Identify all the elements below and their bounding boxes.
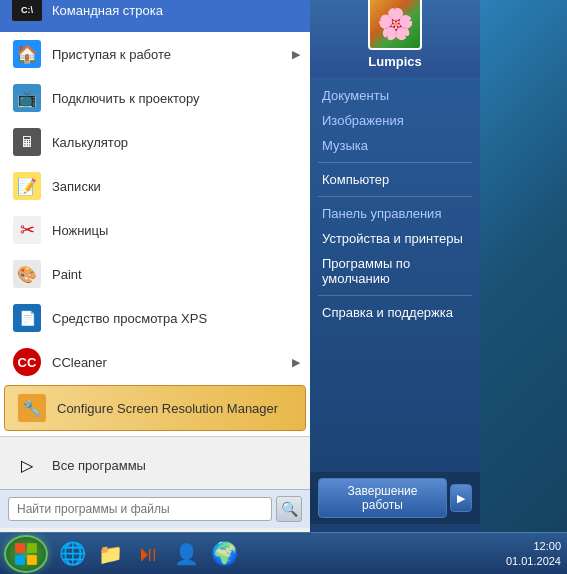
start-menu-right-panel: 🌸 Lumpics Документы Изображения Музыка К…: [310, 0, 480, 532]
menu-label-paint: Paint: [52, 267, 300, 282]
menu-item-cmd[interactable]: C:\ Командная строка: [0, 0, 310, 32]
taskbar-user-button[interactable]: 👤: [168, 536, 204, 572]
right-item-defaults[interactable]: Программы по умолчанию: [310, 251, 480, 291]
menu-item-paint[interactable]: 🎨 Paint: [0, 252, 310, 296]
right-label-control: Панель управления: [322, 206, 441, 221]
ccleaner-arrow-icon: ▶: [292, 356, 300, 369]
menu-item-notes[interactable]: 📝 Записки: [0, 164, 310, 208]
clock-time: 12:00: [506, 539, 561, 553]
work-icon: 🏠: [10, 37, 44, 71]
svg-rect-1: [27, 543, 37, 553]
taskbar-chrome-button[interactable]: 🌍: [206, 536, 242, 572]
start-button[interactable]: [4, 535, 48, 573]
search-input[interactable]: [8, 497, 272, 521]
taskbar-explorer-button[interactable]: 📁: [92, 536, 128, 572]
ccleaner-icon: CC: [10, 345, 44, 379]
start-menu-bottom: ▷ Все программы 🔍: [0, 436, 310, 532]
search-bar: 🔍: [0, 489, 310, 528]
all-programs-item[interactable]: ▷ Все программы: [0, 441, 310, 489]
menu-label-scissors: Ножницы: [52, 223, 300, 238]
right-label-devices: Устройства и принтеры: [322, 231, 463, 246]
right-item-computer[interactable]: Компьютер: [310, 167, 480, 192]
user-header: 🌸 Lumpics: [310, 0, 480, 77]
right-label-music: Музыка: [322, 138, 368, 153]
taskbar-icons: 🌐 📁 ⏯ 👤 🌍: [54, 536, 242, 572]
clock-date: 01.01.2024: [506, 554, 561, 568]
user-icon: 👤: [174, 542, 199, 566]
menu-label-work: Приступая к работе: [52, 47, 292, 62]
explorer-icon: 📁: [98, 542, 123, 566]
menu-label-calc: Калькулятор: [52, 135, 300, 150]
right-label-defaults: Программы по умолчанию: [322, 256, 468, 286]
chrome-icon: 🌍: [211, 541, 238, 567]
scissors-icon: ✂: [10, 213, 44, 247]
right-divider-2: [318, 196, 472, 197]
start-menu-programs-list: C:\ Командная строка 🏠 Приступая к работ…: [0, 0, 310, 436]
svg-rect-3: [27, 555, 37, 565]
right-item-docs[interactable]: Документы: [310, 83, 480, 108]
all-programs-icon: ▷: [10, 448, 44, 482]
menu-item-scissors[interactable]: ✂ Ножницы: [0, 208, 310, 252]
taskbar-media-button[interactable]: ⏯: [130, 536, 166, 572]
right-label-docs: Документы: [322, 88, 389, 103]
menu-item-xps[interactable]: 📄 Средство просмотра XPS: [0, 296, 310, 340]
right-label-computer: Компьютер: [322, 172, 389, 187]
menu-item-ccleaner[interactable]: CC CCleaner ▶: [0, 340, 310, 384]
search-button[interactable]: 🔍: [276, 496, 302, 522]
right-item-devices[interactable]: Устройства и принтеры: [310, 226, 480, 251]
media-icon: ⏯: [137, 541, 159, 567]
calc-icon: 🖩: [10, 125, 44, 159]
right-label-help: Справка и поддержка: [322, 305, 453, 320]
right-divider-3: [318, 295, 472, 296]
right-label-images: Изображения: [322, 113, 404, 128]
ie-icon: 🌐: [59, 541, 86, 567]
notes-icon: 📝: [10, 169, 44, 203]
taskbar: 🌐 📁 ⏯ 👤 🌍 12:00 01.01.2024: [0, 532, 567, 574]
windows-logo-icon: [13, 541, 39, 567]
menu-label-cmd: Командная строка: [52, 3, 300, 18]
right-item-music[interactable]: Музыка: [310, 133, 480, 158]
right-divider-1: [318, 162, 472, 163]
right-item-control[interactable]: Панель управления: [310, 201, 480, 226]
cmd-icon: C:\: [10, 0, 44, 27]
all-programs-label: Все программы: [52, 458, 300, 473]
paint-icon: 🎨: [10, 257, 44, 291]
menu-item-configure[interactable]: 🔧 Configure Screen Resolution Manager: [4, 385, 306, 431]
projector-icon: 📺: [10, 81, 44, 115]
menu-label-ccleaner: CCleaner: [52, 355, 292, 370]
menu-label-configure: Configure Screen Resolution Manager: [57, 401, 295, 416]
menu-item-calc[interactable]: 🖩 Калькулятор: [0, 120, 310, 164]
right-item-help[interactable]: Справка и поддержка: [310, 300, 480, 325]
configure-icon: 🔧: [15, 391, 49, 425]
start-menu: C:\ Командная строка 🏠 Приступая к работ…: [0, 0, 480, 532]
taskbar-right: 12:00 01.01.2024: [506, 539, 567, 568]
menu-label-projector: Подключить к проектору: [52, 91, 300, 106]
right-item-images[interactable]: Изображения: [310, 108, 480, 133]
menu-label-notes: Записки: [52, 179, 300, 194]
svg-rect-0: [15, 543, 25, 553]
shutdown-arrow-button[interactable]: ▶: [450, 484, 472, 512]
start-menu-left-panel: C:\ Командная строка 🏠 Приступая к работ…: [0, 0, 310, 532]
taskbar-clock: 12:00 01.01.2024: [506, 539, 561, 568]
user-avatar: 🌸: [368, 0, 422, 50]
xps-icon: 📄: [10, 301, 44, 335]
menu-item-projector[interactable]: 📺 Подключить к проектору: [0, 76, 310, 120]
shutdown-bar: Завершение работы ▶: [310, 472, 480, 524]
taskbar-ie-button[interactable]: 🌐: [54, 536, 90, 572]
shutdown-button[interactable]: Завершение работы: [318, 478, 447, 518]
menu-label-xps: Средство просмотра XPS: [52, 311, 300, 326]
arrow-icon: ▶: [292, 48, 300, 61]
svg-rect-2: [15, 555, 25, 565]
user-name: Lumpics: [368, 54, 421, 69]
menu-item-work[interactable]: 🏠 Приступая к работе ▶: [0, 32, 310, 76]
